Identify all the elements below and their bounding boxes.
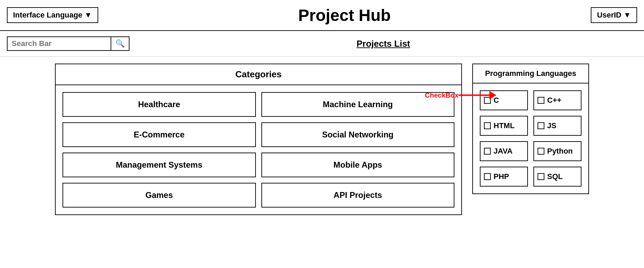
projects-list-label: Projects List [129,38,637,49]
lang-label-js: JS [547,121,556,130]
category-item-healthcare[interactable]: Healthcare [63,92,256,117]
main-content: Categories Healthcare Machine Learning E… [0,57,644,268]
category-item-games[interactable]: Games [63,183,256,208]
app-title: Project Hub [98,6,591,25]
search-icon: 🔍 [115,39,125,48]
programming-languages-grid: C C++ HTML JS [473,83,588,193]
interface-language-label: Interface Language [13,11,82,20]
header: Interface Language ▼ Project Hub UserID … [0,0,644,31]
lang-item-js[interactable]: JS [533,116,581,136]
categories-grid: Healthcare Machine Learning E-Commerce S… [56,85,461,214]
search-button[interactable]: 🔍 [111,37,129,50]
programming-languages-header: Programming Languages [473,64,588,83]
checkbox-annotation: CheckBox [425,91,500,99]
userid-button[interactable]: UserID ▼ [591,7,637,23]
checkbox-annotation-label: CheckBox [425,91,459,99]
page-wrapper: Interface Language ▼ Project Hub UserID … [0,0,644,268]
lang-item-sql[interactable]: SQL [533,167,581,187]
category-item-api-projects[interactable]: API Projects [261,183,455,208]
category-item-social-networking[interactable]: Social Networking [261,122,455,147]
lang-item-php[interactable]: PHP [480,167,528,187]
lang-label-html: HTML [494,121,515,130]
userid-label: UserID [597,11,621,20]
category-item-e-commerce[interactable]: E-Commerce [63,122,256,147]
search-bar-wrapper: 🔍 [7,36,129,51]
lang-item-java[interactable]: JAVA [480,141,528,161]
checkbox-html[interactable] [484,122,491,129]
userid-dropdown-icon: ▼ [623,11,631,20]
programming-languages-panel: CheckBox Programming Languages C C++ [472,64,589,194]
lang-label-php: PHP [494,172,509,181]
interface-language-button[interactable]: Interface Language ▼ [7,7,98,23]
checkbox-php[interactable] [484,173,491,180]
lang-label-sql: SQL [547,172,563,181]
lang-item-python[interactable]: Python [533,141,581,161]
search-row: 🔍 Projects List [0,31,644,57]
lang-label-java: JAVA [494,147,512,156]
checkbox-sql[interactable] [538,173,544,180]
lang-item-html[interactable]: HTML [480,116,528,136]
checkbox-python[interactable] [538,148,544,155]
lang-label-python: Python [547,147,573,156]
categories-panel: Categories Healthcare Machine Learning E… [55,64,462,215]
interface-language-dropdown-icon: ▼ [84,11,92,20]
checkbox-java[interactable] [484,148,491,155]
lang-label-cpp: C++ [547,96,562,105]
categories-header: Categories [56,64,461,85]
checkbox-js[interactable] [538,122,544,129]
search-input[interactable] [8,37,111,50]
checkbox-cpp[interactable] [538,97,544,104]
category-item-management-systems[interactable]: Management Systems [63,153,256,177]
lang-item-cpp[interactable]: C++ [533,90,581,110]
annotation-arrow [459,91,500,99]
category-item-mobile-apps[interactable]: Mobile Apps [261,153,455,177]
